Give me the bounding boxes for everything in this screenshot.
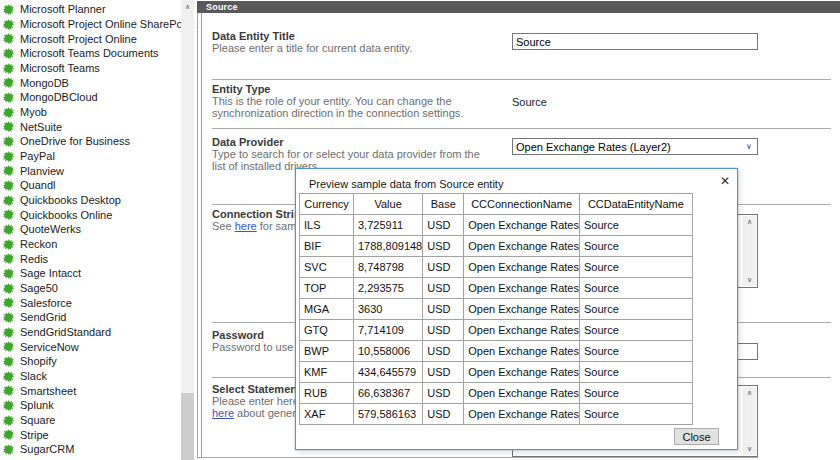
table-row[interactable]: TOP2,293575USDOpen Exchange RatesSource <box>300 278 693 299</box>
sidebar-item-paypal[interactable]: PayPal <box>0 149 181 164</box>
data-provider-desc-line1: Type to search for or select your data p… <box>212 148 480 160</box>
connection-string-help-link[interactable]: here <box>235 220 257 232</box>
sidebar-item-label: ServiceNow <box>20 341 79 353</box>
sidebar-item-label: Slack <box>20 370 47 382</box>
table-row[interactable]: MGA3630USDOpen Exchange RatesSource <box>300 299 693 320</box>
table-cell: SVC <box>300 257 354 278</box>
table-cell: Source <box>579 341 692 362</box>
connector-icon <box>3 4 14 15</box>
table-row[interactable]: XAF579,586163USDOpen Exchange RatesSourc… <box>300 404 693 425</box>
sidebar-item-servicenow[interactable]: ServiceNow <box>0 339 181 354</box>
sidebar-item-microsoft-project-online[interactable]: Microsoft Project Online <box>0 31 181 46</box>
select-statement-help-link[interactable]: here <box>212 407 234 419</box>
table-row[interactable]: BIF1788,809148USDOpen Exchange RatesSour… <box>300 236 693 257</box>
sidebar-item-splunk[interactable]: Splunk <box>0 398 181 413</box>
table-cell: Source <box>579 236 692 257</box>
sidebar-item-microsoft-teams[interactable]: Microsoft Teams <box>0 61 181 76</box>
sidebar-scrollbar[interactable]: ∧ <box>181 0 194 460</box>
connector-icon <box>3 165 14 176</box>
table-cell: USD <box>423 215 464 236</box>
sidebar-item-label: Myob <box>20 106 47 118</box>
select-statement-scrollbar[interactable]: ∧ ∨ <box>743 387 756 455</box>
sidebar-item-mongodb[interactable]: MongoDB <box>0 75 181 90</box>
sidebar-item-stripe[interactable]: Stripe <box>0 427 181 442</box>
table-cell: Source <box>579 257 692 278</box>
table-cell: Source <box>579 362 692 383</box>
sidebar-item-microsoft-planner[interactable]: Microsoft Planner <box>0 2 181 17</box>
connector-icon <box>3 63 14 74</box>
table-cell: USD <box>423 404 464 425</box>
sidebar-item-reckon[interactable]: Reckon <box>0 237 181 252</box>
table-row[interactable]: RUB66,638367USDOpen Exchange RatesSource <box>300 383 693 404</box>
sidebar-item-label: MongoDB <box>20 77 69 89</box>
table-cell: 7,714109 <box>354 320 423 341</box>
panel-border-line <box>197 13 198 458</box>
sidebar-item-sage-intacct[interactable]: Sage Intacct <box>0 266 181 281</box>
sidebar-item-quickbooks-desktop[interactable]: Quickbooks Desktop <box>0 193 181 208</box>
sidebar-item-microsoft-teams-documents[interactable]: Microsoft Teams Documents <box>0 46 181 61</box>
table-cell: USD <box>423 320 464 341</box>
sidebar-item-label: SugarCRM <box>20 443 74 455</box>
preview-table: CurrencyValueBaseCCConnectionNameCCDataE… <box>299 193 693 425</box>
sidebar-item-label: Quandl <box>20 179 55 191</box>
table-cell: Open Exchange Rates <box>464 299 580 320</box>
sidebar-item-label: Smartsheet <box>20 385 76 397</box>
close-button[interactable]: Close <box>674 428 719 445</box>
scroll-up-icon[interactable]: ∧ <box>747 216 752 228</box>
entity-type-label: Entity Type <box>212 83 270 95</box>
connector-icon <box>3 224 14 235</box>
table-cell: USD <box>423 383 464 404</box>
sidebar-item-slack[interactable]: Slack <box>0 369 181 384</box>
table-cell: USD <box>423 236 464 257</box>
close-icon[interactable]: ✕ <box>720 174 730 188</box>
scroll-up-icon[interactable]: ∧ <box>747 387 752 399</box>
sidebar-item-shopify[interactable]: Shopify <box>0 354 181 369</box>
table-row[interactable]: ILS3,725911USDOpen Exchange RatesSource <box>300 215 693 236</box>
sidebar-item-smartsheet[interactable]: Smartsheet <box>0 383 181 398</box>
connector-icon <box>3 48 14 59</box>
connector-icon <box>3 327 14 338</box>
sidebar-item-sugarcrm[interactable]: SugarCRM <box>0 442 181 457</box>
sidebar-item-sendgridstandard[interactable]: SendGridStandard <box>0 325 181 340</box>
sidebar-item-square[interactable]: Square <box>0 413 181 428</box>
table-cell: USD <box>423 299 464 320</box>
data-provider-dropdown[interactable]: Open Exchange Rates (Layer2) ∨ <box>512 138 758 155</box>
sidebar-item-mongodbcloud[interactable]: MongoDBCloud <box>0 90 181 105</box>
sidebar-item-label: SendGrid <box>20 311 66 323</box>
table-row[interactable]: GTQ7,714109USDOpen Exchange RatesSource <box>300 320 693 341</box>
scroll-up-icon[interactable]: ∧ <box>181 0 194 14</box>
sidebar-item-myob[interactable]: Myob <box>0 105 181 120</box>
sidebar-item-label: Planview <box>20 165 64 177</box>
sidebar-scrollbar-thumb[interactable] <box>181 393 194 460</box>
sidebar-item-microsoft-project-online-sharepoint[interactable]: Microsoft Project Online SharePoint <box>0 17 181 32</box>
connection-string-scrollbar[interactable]: ∧ ∨ <box>743 216 756 286</box>
entity-type-value: Source <box>512 96 547 108</box>
table-cell: 434,645579 <box>354 362 423 383</box>
sidebar-item-sendgrid[interactable]: SendGrid <box>0 310 181 325</box>
sidebar-item-salesforce[interactable]: Salesforce <box>0 295 181 310</box>
panel-border-line <box>201 13 202 458</box>
section-divider <box>212 79 831 80</box>
table-cell: Open Exchange Rates <box>464 320 580 341</box>
table-row[interactable]: SVC8,748798USDOpen Exchange RatesSource <box>300 257 693 278</box>
sidebar-item-label: Reckon <box>20 238 57 250</box>
sidebar-item-quandl[interactable]: Quandl <box>0 178 181 193</box>
data-entity-title-input[interactable] <box>512 33 758 50</box>
sidebar-item-quotewerks[interactable]: QuoteWerks <box>0 222 181 237</box>
table-cell: 10,558006 <box>354 341 423 362</box>
sidebar-item-sage50[interactable]: Sage50 <box>0 281 181 296</box>
table-row[interactable]: BWP10,558006USDOpen Exchange RatesSource <box>300 341 693 362</box>
sidebar-item-label: Stripe <box>20 429 49 441</box>
data-entity-title-desc: Please enter a title for current data en… <box>212 42 412 54</box>
scroll-down-icon[interactable]: ∨ <box>747 443 752 455</box>
sidebar-item-planview[interactable]: Planview <box>0 163 181 178</box>
sidebar-item-redis[interactable]: Redis <box>0 251 181 266</box>
scroll-down-icon[interactable]: ∨ <box>747 274 752 286</box>
sidebar-item-onedrive-for-business[interactable]: OneDrive for Business <box>0 134 181 149</box>
connector-icon <box>3 239 14 250</box>
table-cell: Source <box>579 404 692 425</box>
sidebar-item-netsuite[interactable]: NetSuite <box>0 119 181 134</box>
connector-icon <box>3 356 14 367</box>
sidebar-item-quickbooks-online[interactable]: Quickbooks Online <box>0 207 181 222</box>
table-row[interactable]: KMF434,645579USDOpen Exchange RatesSourc… <box>300 362 693 383</box>
